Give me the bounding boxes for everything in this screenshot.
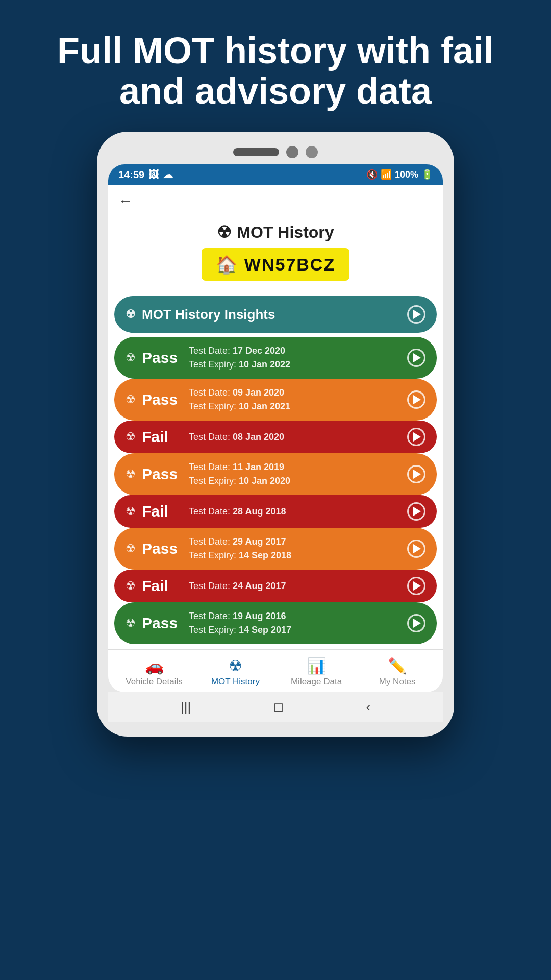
mot-row-play-icon (413, 581, 421, 591)
mot-row-left: ☢ Pass Test Date: 29 Aug 2017Test Expiry… (126, 535, 291, 562)
status-left: 14:59 🖼 ☁ (118, 168, 173, 181)
page-title: ☢ MOT History (217, 223, 334, 242)
status-bar: 14:59 🖼 ☁ 🔇 📶 100% 🔋 (108, 164, 443, 185)
insights-row[interactable]: ☢ MOT History Insights (114, 296, 437, 333)
mot-result-label: Pass (142, 540, 183, 557)
mot-dates: Test Date: 24 Aug 2017 (189, 579, 286, 593)
mot-result-label: Fail (142, 428, 183, 446)
insights-play-button[interactable] (407, 305, 425, 324)
plate-badge: 🏠 WN57BCZ (202, 248, 349, 281)
mot-result-label: Fail (142, 503, 183, 520)
mot-record-row[interactable]: ☢ Fail Test Date: 08 Jan 2020 (114, 421, 437, 453)
page-title-icon: ☢ (217, 223, 232, 242)
tab-icon-my-notes: ✏️ (388, 657, 407, 675)
mot-row-left: ☢ Pass Test Date: 17 Dec 2020Test Expiry… (126, 344, 290, 372)
mot-dates: Test Date: 11 Jan 2019Test Expiry: 10 Ja… (189, 460, 290, 488)
mot-record-row[interactable]: ☢ Fail Test Date: 28 Aug 2018 (114, 495, 437, 528)
back-button[interactable]: ← (118, 193, 133, 209)
mot-hazard-icon: ☢ (126, 542, 136, 555)
mot-row-play-button[interactable] (407, 465, 425, 483)
mot-records-container: ☢ Pass Test Date: 17 Dec 2020Test Expiry… (114, 337, 437, 644)
tab-label-mot-history: MOT History (211, 677, 260, 687)
home-home-icon[interactable]: □ (274, 699, 283, 715)
status-wifi-icon: 📶 (381, 169, 392, 180)
phone-notch (108, 146, 443, 158)
mot-record-row[interactable]: ☢ Pass Test Date: 19 Aug 2016Test Expiry… (114, 602, 437, 644)
tab-my-notes[interactable]: ✏️ My Notes (369, 657, 425, 687)
mot-hazard-icon: ☢ (126, 430, 136, 444)
home-recents-icon[interactable]: ||| (181, 699, 191, 715)
phone-speaker (233, 148, 279, 156)
phone-screen: 14:59 🖼 ☁ 🔇 📶 100% 🔋 ← ☢ MOT History 🏠 (108, 164, 443, 692)
mot-hazard-icon: ☢ (126, 351, 136, 364)
mot-row-play-button[interactable] (407, 614, 425, 632)
insights-play-icon (413, 310, 421, 319)
tab-vehicle-details[interactable]: 🚗 Vehicle Details (126, 657, 183, 687)
mot-row-play-icon (413, 507, 421, 516)
page-title-label: MOT History (237, 223, 334, 242)
mot-row-left: ☢ Fail Test Date: 24 Aug 2017 (126, 577, 286, 595)
mot-result-label: Pass (142, 465, 183, 483)
mot-row-play-button[interactable] (407, 577, 425, 595)
mot-row-play-icon (413, 395, 421, 404)
mot-list: ☢ MOT History Insights ☢ Pass Test Date:… (108, 291, 443, 649)
mot-row-left: ☢ Pass Test Date: 09 Jan 2020Test Expiry… (126, 386, 290, 413)
mot-result-label: Fail (142, 577, 183, 595)
phone-mockup: 14:59 🖼 ☁ 🔇 📶 100% 🔋 ← ☢ MOT History 🏠 (97, 132, 454, 737)
phone-camera-2 (306, 146, 318, 158)
mot-row-play-button[interactable] (407, 390, 425, 409)
mot-result-label: Pass (142, 391, 183, 408)
hero-title: Full MOT history with fail and advisory … (0, 0, 551, 132)
mot-row-play-icon (413, 544, 421, 553)
mot-row-play-icon (413, 470, 421, 479)
mot-hazard-icon: ☢ (126, 617, 136, 630)
mot-dates: Test Date: 08 Jan 2020 (189, 430, 284, 444)
mot-result-label: Pass (142, 615, 183, 632)
mot-record-row[interactable]: ☢ Pass Test Date: 17 Dec 2020Test Expiry… (114, 337, 437, 379)
mot-dates: Test Date: 09 Jan 2020Test Expiry: 10 Ja… (189, 386, 290, 413)
phone-camera-1 (286, 146, 298, 158)
plate-house-icon: 🏠 (216, 254, 238, 275)
insights-label: MOT History Insights (142, 307, 275, 323)
tab-icon-mot-history: ☢ (229, 657, 242, 675)
mot-row-play-button[interactable] (407, 428, 425, 446)
insights-hazard-icon: ☢ (126, 308, 136, 321)
mot-row-play-button[interactable] (407, 349, 425, 367)
mot-dates: Test Date: 29 Aug 2017Test Expiry: 14 Se… (189, 535, 291, 562)
status-time: 14:59 (118, 169, 144, 181)
status-right: 🔇 📶 100% 🔋 (366, 169, 433, 180)
phone-home-bar: ||| □ ‹ (108, 692, 443, 722)
mot-record-row[interactable]: ☢ Pass Test Date: 09 Jan 2020Test Expiry… (114, 379, 437, 421)
mot-row-play-icon (413, 353, 421, 362)
mot-dates: Test Date: 28 Aug 2018 (189, 505, 286, 519)
mot-row-play-button[interactable] (407, 540, 425, 558)
tab-icon-mileage-data: 📊 (307, 657, 326, 675)
mot-hazard-icon: ☢ (126, 505, 136, 518)
mot-record-row[interactable]: ☢ Pass Test Date: 11 Jan 2019Test Expiry… (114, 453, 437, 495)
status-image-icon: 🖼 (148, 169, 159, 181)
mot-hazard-icon: ☢ (126, 579, 136, 593)
mot-row-left: ☢ Pass Test Date: 11 Jan 2019Test Expiry… (126, 460, 290, 488)
mot-result-label: Pass (142, 349, 183, 366)
tab-icon-vehicle-details: 🚗 (145, 657, 164, 675)
status-battery-icon: 🔋 (421, 169, 433, 180)
app-header: ← (108, 185, 443, 217)
mot-row-left: ☢ Fail Test Date: 08 Jan 2020 (126, 428, 284, 446)
mot-dates: Test Date: 19 Aug 2016Test Expiry: 14 Se… (189, 609, 291, 637)
mot-record-row[interactable]: ☢ Pass Test Date: 29 Aug 2017Test Expiry… (114, 528, 437, 570)
status-battery: 100% (395, 169, 418, 180)
mot-row-play-button[interactable] (407, 502, 425, 521)
mot-record-row[interactable]: ☢ Fail Test Date: 24 Aug 2017 (114, 570, 437, 602)
tab-mileage-data[interactable]: 📊 Mileage Data (288, 657, 344, 687)
status-cloud-icon: ☁ (163, 168, 173, 181)
home-back-icon[interactable]: ‹ (366, 699, 370, 715)
mot-row-play-icon (413, 619, 421, 628)
page-title-area: ☢ MOT History 🏠 WN57BCZ (108, 217, 443, 291)
status-mute-icon: 🔇 (366, 169, 378, 180)
tab-mot-history[interactable]: ☢ MOT History (207, 657, 263, 687)
tab-label-vehicle-details: Vehicle Details (126, 677, 183, 687)
tab-label-mileage-data: Mileage Data (291, 677, 342, 687)
mot-dates: Test Date: 17 Dec 2020Test Expiry: 10 Ja… (189, 344, 290, 372)
mot-row-play-icon (413, 432, 421, 442)
mot-row-left: ☢ Pass Test Date: 19 Aug 2016Test Expiry… (126, 609, 291, 637)
